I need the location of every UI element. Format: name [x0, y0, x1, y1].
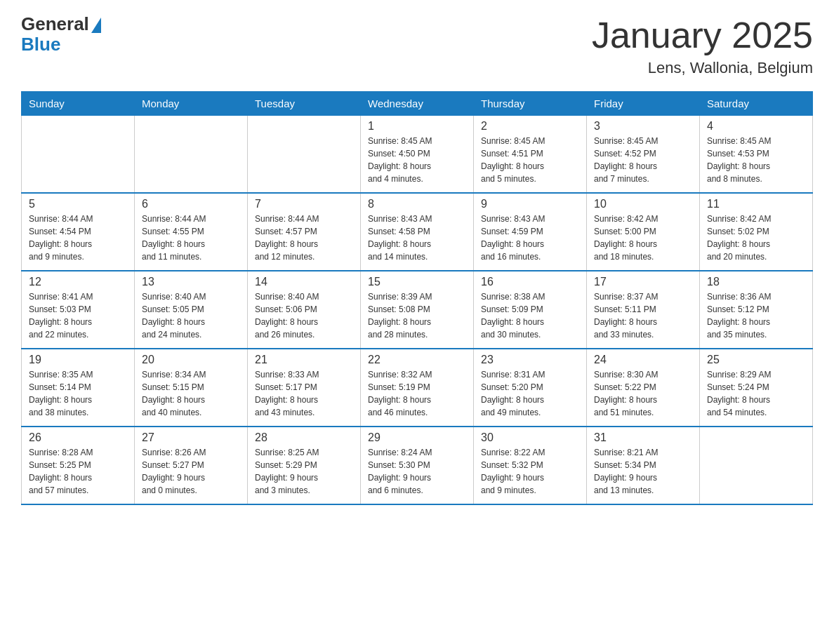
calendar-cell — [700, 427, 813, 504]
day-number: 26 — [29, 431, 127, 444]
calendar-cell: 28Sunrise: 8:25 AMSunset: 5:29 PMDayligh… — [248, 427, 361, 504]
day-number: 20 — [142, 354, 240, 366]
day-number: 23 — [481, 354, 579, 366]
day-number: 3 — [594, 120, 692, 133]
day-number: 15 — [368, 276, 466, 288]
day-number: 18 — [707, 276, 805, 288]
day-info: Sunrise: 8:38 AMSunset: 5:09 PMDaylight:… — [481, 290, 579, 341]
day-info: Sunrise: 8:35 AMSunset: 5:14 PMDaylight:… — [29, 368, 127, 419]
day-info: Sunrise: 8:34 AMSunset: 5:15 PMDaylight:… — [142, 368, 240, 419]
calendar-cell: 24Sunrise: 8:30 AMSunset: 5:22 PMDayligh… — [587, 349, 700, 427]
day-info: Sunrise: 8:37 AMSunset: 5:11 PMDaylight:… — [594, 290, 692, 341]
day-info: Sunrise: 8:40 AMSunset: 5:05 PMDaylight:… — [142, 290, 240, 341]
header-row: Sunday Monday Tuesday Wednesday Thursday… — [22, 92, 813, 116]
calendar-subtitle: Lens, Wallonia, Belgium — [592, 59, 813, 77]
day-number: 2 — [481, 120, 579, 133]
calendar-cell: 16Sunrise: 8:38 AMSunset: 5:09 PMDayligh… — [474, 271, 587, 349]
day-info: Sunrise: 8:25 AMSunset: 5:29 PMDaylight:… — [255, 446, 353, 497]
calendar-cell: 15Sunrise: 8:39 AMSunset: 5:08 PMDayligh… — [361, 271, 474, 349]
header-sunday: Sunday — [22, 92, 135, 116]
calendar-cell — [248, 116, 361, 194]
day-number: 21 — [255, 354, 353, 366]
calendar-cell: 6Sunrise: 8:44 AMSunset: 4:55 PMDaylight… — [135, 193, 248, 271]
day-info: Sunrise: 8:42 AMSunset: 5:00 PMDaylight:… — [594, 213, 692, 263]
calendar-cell: 11Sunrise: 8:42 AMSunset: 5:02 PMDayligh… — [700, 193, 813, 271]
day-info: Sunrise: 8:44 AMSunset: 4:55 PMDaylight:… — [142, 213, 240, 263]
day-info: Sunrise: 8:45 AMSunset: 4:50 PMDaylight:… — [368, 135, 466, 185]
day-number: 7 — [255, 198, 353, 210]
day-number: 17 — [594, 276, 692, 288]
calendar-cell: 10Sunrise: 8:42 AMSunset: 5:00 PMDayligh… — [587, 193, 700, 271]
day-number: 8 — [368, 198, 466, 210]
day-info: Sunrise: 8:41 AMSunset: 5:03 PMDaylight:… — [29, 290, 127, 341]
day-info: Sunrise: 8:30 AMSunset: 5:22 PMDaylight:… — [594, 368, 692, 419]
calendar-cell: 5Sunrise: 8:44 AMSunset: 4:54 PMDaylight… — [22, 193, 135, 271]
header-saturday: Saturday — [700, 92, 813, 116]
day-info: Sunrise: 8:44 AMSunset: 4:57 PMDaylight:… — [255, 213, 353, 263]
logo-general: General — [21, 14, 101, 34]
calendar-table: Sunday Monday Tuesday Wednesday Thursday… — [21, 91, 813, 505]
calendar-cell: 31Sunrise: 8:21 AMSunset: 5:34 PMDayligh… — [587, 427, 700, 504]
header-friday: Friday — [587, 92, 700, 116]
day-info: Sunrise: 8:45 AMSunset: 4:51 PMDaylight:… — [481, 135, 579, 185]
day-number: 22 — [368, 354, 466, 366]
day-number: 10 — [594, 198, 692, 210]
day-info: Sunrise: 8:40 AMSunset: 5:06 PMDaylight:… — [255, 290, 353, 341]
day-number: 14 — [255, 276, 353, 288]
page-header: General Blue January 2025 Lens, Wallonia… — [21, 14, 813, 77]
calendar-cell — [135, 116, 248, 194]
calendar-title: January 2025 — [592, 14, 813, 56]
day-number: 19 — [29, 354, 127, 366]
day-info: Sunrise: 8:28 AMSunset: 5:25 PMDaylight:… — [29, 446, 127, 497]
calendar-cell: 29Sunrise: 8:24 AMSunset: 5:30 PMDayligh… — [361, 427, 474, 504]
day-info: Sunrise: 8:22 AMSunset: 5:32 PMDaylight:… — [481, 446, 579, 497]
day-number: 5 — [29, 198, 127, 210]
day-info: Sunrise: 8:31 AMSunset: 5:20 PMDaylight:… — [481, 368, 579, 419]
calendar-cell: 19Sunrise: 8:35 AMSunset: 5:14 PMDayligh… — [22, 349, 135, 427]
calendar-cell: 20Sunrise: 8:34 AMSunset: 5:15 PMDayligh… — [135, 349, 248, 427]
calendar-cell: 27Sunrise: 8:26 AMSunset: 5:27 PMDayligh… — [135, 427, 248, 504]
calendar-week-4: 19Sunrise: 8:35 AMSunset: 5:14 PMDayligh… — [22, 349, 813, 427]
calendar-cell: 3Sunrise: 8:45 AMSunset: 4:52 PMDaylight… — [587, 116, 700, 194]
calendar-week-2: 5Sunrise: 8:44 AMSunset: 4:54 PMDaylight… — [22, 193, 813, 271]
day-number: 28 — [255, 431, 353, 444]
calendar-week-5: 26Sunrise: 8:28 AMSunset: 5:25 PMDayligh… — [22, 427, 813, 504]
day-number: 24 — [594, 354, 692, 366]
day-info: Sunrise: 8:24 AMSunset: 5:30 PMDaylight:… — [368, 446, 466, 497]
day-info: Sunrise: 8:45 AMSunset: 4:53 PMDaylight:… — [707, 135, 805, 185]
calendar-cell — [22, 116, 135, 194]
day-number: 4 — [707, 120, 805, 133]
logo-blue: Blue — [21, 34, 101, 55]
day-info: Sunrise: 8:43 AMSunset: 4:58 PMDaylight:… — [368, 213, 466, 263]
day-info: Sunrise: 8:45 AMSunset: 4:52 PMDaylight:… — [594, 135, 692, 185]
day-number: 29 — [368, 431, 466, 444]
calendar-cell: 2Sunrise: 8:45 AMSunset: 4:51 PMDaylight… — [474, 116, 587, 194]
calendar-header: Sunday Monday Tuesday Wednesday Thursday… — [22, 92, 813, 116]
calendar-cell: 18Sunrise: 8:36 AMSunset: 5:12 PMDayligh… — [700, 271, 813, 349]
day-number: 13 — [142, 276, 240, 288]
day-number: 9 — [481, 198, 579, 210]
calendar-cell: 8Sunrise: 8:43 AMSunset: 4:58 PMDaylight… — [361, 193, 474, 271]
calendar-cell: 9Sunrise: 8:43 AMSunset: 4:59 PMDaylight… — [474, 193, 587, 271]
calendar-cell: 22Sunrise: 8:32 AMSunset: 5:19 PMDayligh… — [361, 349, 474, 427]
header-monday: Monday — [135, 92, 248, 116]
calendar-cell: 25Sunrise: 8:29 AMSunset: 5:24 PMDayligh… — [700, 349, 813, 427]
calendar-cell: 17Sunrise: 8:37 AMSunset: 5:11 PMDayligh… — [587, 271, 700, 349]
day-info: Sunrise: 8:39 AMSunset: 5:08 PMDaylight:… — [368, 290, 466, 341]
day-number: 27 — [142, 431, 240, 444]
day-info: Sunrise: 8:26 AMSunset: 5:27 PMDaylight:… — [142, 446, 240, 497]
calendar-cell: 21Sunrise: 8:33 AMSunset: 5:17 PMDayligh… — [248, 349, 361, 427]
calendar-cell: 30Sunrise: 8:22 AMSunset: 5:32 PMDayligh… — [474, 427, 587, 504]
day-info: Sunrise: 8:44 AMSunset: 4:54 PMDaylight:… — [29, 213, 127, 263]
calendar-cell: 12Sunrise: 8:41 AMSunset: 5:03 PMDayligh… — [22, 271, 135, 349]
calendar-cell: 23Sunrise: 8:31 AMSunset: 5:20 PMDayligh… — [474, 349, 587, 427]
calendar-week-3: 12Sunrise: 8:41 AMSunset: 5:03 PMDayligh… — [22, 271, 813, 349]
calendar-cell: 14Sunrise: 8:40 AMSunset: 5:06 PMDayligh… — [248, 271, 361, 349]
calendar-week-1: 1Sunrise: 8:45 AMSunset: 4:50 PMDaylight… — [22, 116, 813, 194]
day-number: 12 — [29, 276, 127, 288]
calendar-cell: 1Sunrise: 8:45 AMSunset: 4:50 PMDaylight… — [361, 116, 474, 194]
calendar-body: 1Sunrise: 8:45 AMSunset: 4:50 PMDaylight… — [22, 116, 813, 505]
calendar-cell: 26Sunrise: 8:28 AMSunset: 5:25 PMDayligh… — [22, 427, 135, 504]
calendar-cell: 13Sunrise: 8:40 AMSunset: 5:05 PMDayligh… — [135, 271, 248, 349]
day-info: Sunrise: 8:32 AMSunset: 5:19 PMDaylight:… — [368, 368, 466, 419]
